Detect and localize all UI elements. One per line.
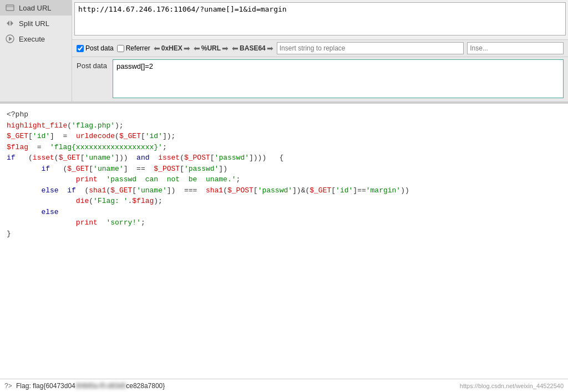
code-area: <?php highlight_file('flag.php'); $_GET[… [0, 103, 568, 379]
code-line-14: else [7, 207, 561, 218]
post-data-option-label: Post data [85, 44, 114, 52]
referrer-checkbox[interactable] [117, 45, 124, 52]
status-url: https://blog.csdn.net/weixin_44522540 [460, 383, 564, 389]
left-toolbar: Load URL Split URL Execu [0, 0, 72, 101]
post-data-checkbox-label[interactable]: Post data [77, 44, 114, 52]
code-line-10: else if (sha1($_GET['uname']) === sha1($… [7, 185, 561, 196]
execute-button[interactable]: Execute [0, 31, 72, 47]
flag-blurred: 3hfbf0a-f5-d83d5 [75, 382, 126, 390]
base64-left-arrow[interactable]: ⬅ [232, 44, 239, 53]
post-data-section: Post data passwd[]=2 [72, 57, 568, 101]
code-line-4: $flag = 'flag{xxxxxxxxxxxxxxxxxx}'; [7, 142, 561, 153]
execute-label: Execute [19, 35, 45, 43]
main-layout: Load URL Split URL Execu [0, 0, 568, 392]
base64-encode-group: ⬅ BASE64 ➡ [232, 44, 273, 53]
top-area: Load URL Split URL Execu [0, 0, 568, 102]
code-line-3: $_GET['id'] = urldecode($_GET['id']); [7, 131, 561, 142]
hex-right-arrow[interactable]: ➡ [184, 44, 190, 53]
execute-icon [4, 33, 16, 44]
code-line-2: highlight_file('flag.php'); [7, 120, 561, 131]
base64-label: BASE64 [240, 44, 266, 52]
post-data-checkbox[interactable] [77, 45, 84, 52]
hex-label: 0xHEX [161, 44, 182, 52]
load-url-label: Load URL [19, 4, 52, 12]
right-content: http://114.67.246.176:11064/?uname[]=1&i… [72, 0, 568, 101]
post-data-section-label: Post data [77, 59, 107, 99]
php-close-tag: ?> [4, 382, 12, 390]
code-line-18: } [7, 228, 561, 240]
url-label: %URL [201, 44, 221, 52]
code-line-5: if (isset($_GET['uname'])) and isset($_P… [7, 152, 561, 164]
split-url-label: Split URL [19, 19, 49, 28]
url-encode-group: ⬅ %URL ➡ [194, 44, 229, 53]
flag-label: Flag: flag{60473d04 [16, 382, 75, 390]
split-url-icon [4, 18, 16, 29]
svg-marker-2 [9, 37, 12, 41]
hex-encode-group: ⬅ 0xHEX ➡ [154, 44, 190, 53]
code-line-12: die('Flag: '.$flag); [7, 196, 561, 207]
svg-rect-0 [6, 5, 14, 11]
url-left-arrow[interactable]: ⬅ [194, 44, 200, 53]
status-bar: ?> Flag: flag{60473d043hfbf0a-f5-d83d5ce… [0, 379, 568, 392]
url-right-arrow[interactable]: ➡ [222, 44, 229, 53]
url-input[interactable]: http://114.67.246.176:11064/?uname[]=1&i… [74, 2, 566, 35]
code-line-6: if ($_GET['uname'] == $_POST['passwd']) [7, 164, 561, 175]
insert-string-input-2[interactable] [467, 42, 564, 54]
load-url-button[interactable]: Load URL [0, 0, 72, 16]
flag-end: ce828a7800} [126, 382, 165, 390]
options-bar: Post data Referrer ⬅ 0xHEX ➡ ⬅ %URL ➡ [72, 39, 568, 57]
flag-result: ?> Flag: flag{60473d043hfbf0a-f5-d83d5ce… [4, 382, 165, 390]
insert-string-input[interactable] [277, 42, 464, 54]
hex-left-arrow[interactable]: ⬅ [154, 44, 160, 53]
referrer-checkbox-label[interactable]: Referrer [117, 44, 150, 52]
code-line-1: <?php [7, 109, 561, 120]
url-section: http://114.67.246.176:11064/?uname[]=1&i… [72, 0, 568, 39]
base64-right-arrow[interactable]: ➡ [267, 44, 273, 53]
load-url-icon [4, 2, 16, 13]
referrer-option-label: Referrer [126, 44, 150, 52]
post-data-input[interactable]: passwd[]=2 [113, 59, 564, 98]
split-url-button[interactable]: Split URL [0, 16, 72, 31]
code-line-8: print 'passwd can not be uname.'; [7, 174, 561, 185]
code-line-16: print 'sorry!'; [7, 217, 561, 228]
